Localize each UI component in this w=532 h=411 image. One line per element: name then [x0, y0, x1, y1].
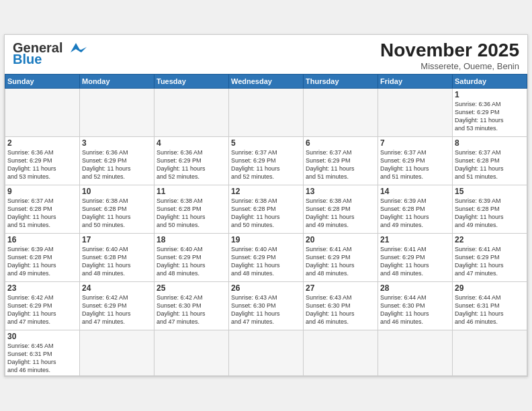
day-info: Sunrise: 6:43 AM Sunset: 6:30 PM Dayligh…: [306, 293, 375, 326]
day-cell: 10Sunrise: 6:38 AM Sunset: 6:28 PM Dayli…: [80, 185, 154, 233]
day-cell: 13Sunrise: 6:38 AM Sunset: 6:28 PM Dayli…: [304, 185, 378, 233]
day-cell: 6Sunrise: 6:37 AM Sunset: 6:29 PM Daylig…: [304, 136, 378, 185]
day-info: Sunrise: 6:39 AM Sunset: 6:28 PM Dayligh…: [455, 197, 525, 230]
calendar-container: General Blue November 2025 Misserete, Ou…: [4, 34, 528, 377]
day-number: 8: [455, 138, 525, 148]
day-number: 19: [231, 235, 301, 244]
week-row-3: 16Sunrise: 6:39 AM Sunset: 6:28 PM Dayli…: [5, 233, 527, 281]
day-number: 3: [82, 138, 152, 148]
day-number: 6: [306, 138, 375, 148]
day-cell: 14Sunrise: 6:39 AM Sunset: 6:28 PM Dayli…: [378, 185, 453, 233]
day-number: 1: [455, 90, 525, 99]
day-info: Sunrise: 6:39 AM Sunset: 6:28 PM Dayligh…: [380, 197, 450, 230]
day-cell: 15Sunrise: 6:39 AM Sunset: 6:28 PM Dayli…: [453, 185, 527, 233]
day-cell: 12Sunrise: 6:38 AM Sunset: 6:28 PM Dayli…: [229, 185, 304, 233]
weekday-header-sunday: Sunday: [5, 74, 80, 88]
day-info: Sunrise: 6:41 AM Sunset: 6:29 PM Dayligh…: [455, 245, 525, 278]
day-info: Sunrise: 6:40 AM Sunset: 6:28 PM Dayligh…: [82, 245, 152, 278]
day-cell: 9Sunrise: 6:37 AM Sunset: 6:28 PM Daylig…: [5, 185, 80, 233]
calendar-grid: SundayMondayTuesdayWednesdayThursdayFrid…: [5, 74, 527, 377]
day-info: Sunrise: 6:37 AM Sunset: 6:28 PM Dayligh…: [7, 197, 77, 230]
day-number: 27: [306, 283, 375, 293]
day-number: 13: [306, 187, 375, 196]
day-cell: 21Sunrise: 6:41 AM Sunset: 6:29 PM Dayli…: [378, 233, 453, 281]
week-row-5: 30Sunrise: 6:45 AM Sunset: 6:31 PM Dayli…: [5, 330, 527, 376]
day-cell: 25Sunrise: 6:42 AM Sunset: 6:30 PM Dayli…: [154, 281, 229, 330]
day-cell: 3Sunrise: 6:36 AM Sunset: 6:29 PM Daylig…: [80, 136, 154, 185]
day-number: 29: [455, 283, 525, 293]
week-row-0: 1Sunrise: 6:36 AM Sunset: 6:29 PM Daylig…: [5, 88, 527, 136]
weekday-header-saturday: Saturday: [453, 74, 527, 88]
day-cell: [229, 88, 304, 136]
day-number: 15: [455, 187, 525, 196]
day-info: Sunrise: 6:42 AM Sunset: 6:30 PM Dayligh…: [157, 293, 226, 326]
day-cell: 17Sunrise: 6:40 AM Sunset: 6:28 PM Dayli…: [80, 233, 154, 281]
day-cell: 29Sunrise: 6:44 AM Sunset: 6:31 PM Dayli…: [453, 281, 527, 330]
day-number: 17: [82, 235, 152, 244]
day-number: 14: [380, 187, 450, 196]
day-number: 16: [7, 235, 77, 244]
day-cell: 24Sunrise: 6:42 AM Sunset: 6:29 PM Dayli…: [80, 281, 154, 330]
day-cell: 26Sunrise: 6:43 AM Sunset: 6:30 PM Dayli…: [229, 281, 304, 330]
day-cell: [80, 88, 154, 136]
day-cell: 4Sunrise: 6:36 AM Sunset: 6:29 PM Daylig…: [154, 136, 229, 185]
logo-bird-icon: [65, 40, 87, 55]
day-number: 7: [380, 138, 450, 148]
day-number: 24: [82, 283, 152, 293]
day-cell: 28Sunrise: 6:44 AM Sunset: 6:30 PM Dayli…: [378, 281, 453, 330]
day-info: Sunrise: 6:37 AM Sunset: 6:28 PM Dayligh…: [455, 148, 525, 181]
day-info: Sunrise: 6:41 AM Sunset: 6:29 PM Dayligh…: [306, 245, 375, 278]
day-info: Sunrise: 6:38 AM Sunset: 6:28 PM Dayligh…: [157, 197, 226, 230]
day-number: 30: [7, 332, 77, 341]
day-number: 10: [82, 187, 152, 196]
weekday-header-tuesday: Tuesday: [154, 74, 229, 88]
day-info: Sunrise: 6:36 AM Sunset: 6:29 PM Dayligh…: [157, 148, 226, 181]
day-info: Sunrise: 6:41 AM Sunset: 6:29 PM Dayligh…: [380, 245, 450, 278]
day-cell: 22Sunrise: 6:41 AM Sunset: 6:29 PM Dayli…: [453, 233, 527, 281]
week-row-4: 23Sunrise: 6:42 AM Sunset: 6:29 PM Dayli…: [5, 281, 527, 330]
day-info: Sunrise: 6:40 AM Sunset: 6:29 PM Dayligh…: [157, 245, 226, 278]
day-info: Sunrise: 6:45 AM Sunset: 6:31 PM Dayligh…: [7, 342, 77, 375]
day-info: Sunrise: 6:37 AM Sunset: 6:29 PM Dayligh…: [380, 148, 450, 181]
month-title: November 2025: [380, 40, 519, 61]
week-row-1: 2Sunrise: 6:36 AM Sunset: 6:29 PM Daylig…: [5, 136, 527, 185]
day-number: 5: [231, 138, 301, 148]
day-info: Sunrise: 6:43 AM Sunset: 6:30 PM Dayligh…: [231, 293, 301, 326]
logo-area: General Blue: [13, 40, 87, 67]
day-cell: 20Sunrise: 6:41 AM Sunset: 6:29 PM Dayli…: [304, 233, 378, 281]
day-cell: [378, 88, 453, 136]
calendar-header: General Blue November 2025 Misserete, Ou…: [5, 35, 527, 74]
day-info: Sunrise: 6:38 AM Sunset: 6:28 PM Dayligh…: [231, 197, 301, 230]
day-cell: [5, 88, 80, 136]
day-cell: [80, 330, 154, 376]
day-cell: [154, 330, 229, 376]
title-area: November 2025 Misserete, Oueme, Benin: [380, 40, 519, 71]
subtitle: Misserete, Oueme, Benin: [380, 61, 519, 71]
day-number: 26: [231, 283, 301, 293]
day-info: Sunrise: 6:42 AM Sunset: 6:29 PM Dayligh…: [7, 293, 77, 326]
weekday-header-row: SundayMondayTuesdayWednesdayThursdayFrid…: [5, 74, 527, 88]
day-cell: 18Sunrise: 6:40 AM Sunset: 6:29 PM Dayli…: [154, 233, 229, 281]
day-cell: 11Sunrise: 6:38 AM Sunset: 6:28 PM Dayli…: [154, 185, 229, 233]
day-number: 2: [7, 138, 77, 148]
day-info: Sunrise: 6:36 AM Sunset: 6:29 PM Dayligh…: [7, 148, 77, 181]
day-number: 21: [380, 235, 450, 244]
day-cell: [304, 88, 378, 136]
day-cell: [154, 88, 229, 136]
day-info: Sunrise: 6:44 AM Sunset: 6:30 PM Dayligh…: [380, 293, 450, 326]
day-info: Sunrise: 6:38 AM Sunset: 6:28 PM Dayligh…: [82, 197, 152, 230]
day-number: 12: [231, 187, 301, 196]
day-cell: 27Sunrise: 6:43 AM Sunset: 6:30 PM Dayli…: [304, 281, 378, 330]
day-number: 11: [157, 187, 226, 196]
day-cell: 7Sunrise: 6:37 AM Sunset: 6:29 PM Daylig…: [378, 136, 453, 185]
week-row-2: 9Sunrise: 6:37 AM Sunset: 6:28 PM Daylig…: [5, 185, 527, 233]
day-cell: 16Sunrise: 6:39 AM Sunset: 6:28 PM Dayli…: [5, 233, 80, 281]
day-cell: 8Sunrise: 6:37 AM Sunset: 6:28 PM Daylig…: [453, 136, 527, 185]
day-number: 22: [455, 235, 525, 244]
weekday-header-thursday: Thursday: [304, 74, 378, 88]
day-info: Sunrise: 6:39 AM Sunset: 6:28 PM Dayligh…: [7, 245, 77, 278]
day-cell: [304, 330, 378, 376]
day-info: Sunrise: 6:44 AM Sunset: 6:31 PM Dayligh…: [455, 293, 525, 326]
day-info: Sunrise: 6:37 AM Sunset: 6:29 PM Dayligh…: [306, 148, 375, 181]
day-cell: [453, 330, 527, 376]
